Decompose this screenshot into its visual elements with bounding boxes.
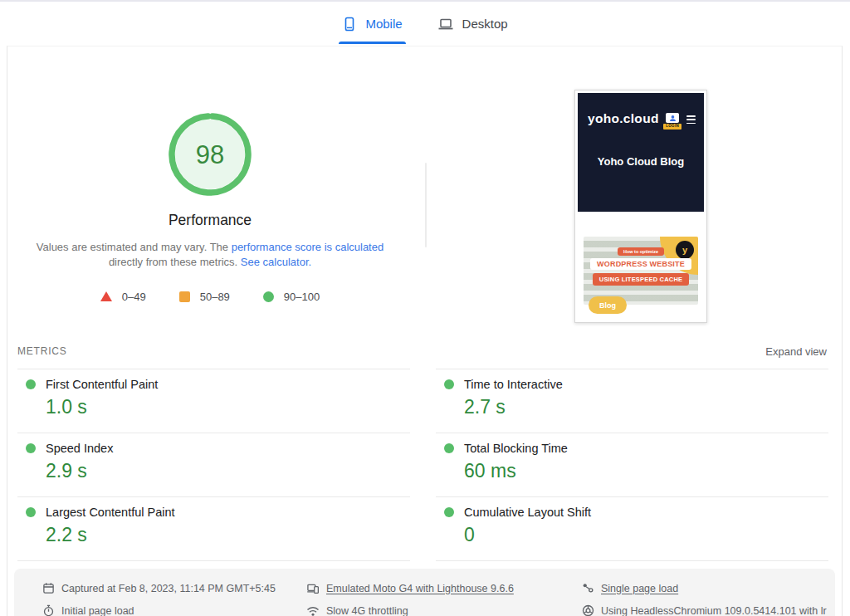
pass-dot-icon — [26, 379, 36, 389]
hamburger-menu-icon — [686, 115, 696, 124]
runtime-settings-footer: Captured at Feb 8, 2023, 11:14 PM GMT+5:… — [14, 569, 835, 616]
final-screenshot-thumbnail: yoho.cloud LOGIN — [574, 90, 707, 323]
footer-single-page-load: Single page load — [582, 577, 835, 599]
metrics-title: METRICS — [17, 345, 67, 357]
site-screenshot: yoho.cloud LOGIN — [578, 93, 704, 320]
footer-item-text[interactable]: Slow 4G throttling — [326, 605, 408, 616]
legend-item-average: 50–89 — [179, 291, 230, 303]
legend-item-pass: 90–100 — [263, 291, 320, 303]
metric-largest-contentful-paint: Largest Contentful Paint 2.2 s — [17, 497, 410, 561]
legend-label: 90–100 — [284, 291, 320, 303]
green-circle-icon — [263, 291, 274, 302]
metric-value: 2.2 s — [46, 524, 410, 546]
calendar-icon — [42, 582, 55, 594]
blog-post-image: y How to optimize WORDPRESS WEBSITE USIN… — [584, 237, 698, 305]
metric-value: 2.7 s — [464, 396, 828, 418]
site-login-widget: LOGIN — [663, 113, 681, 130]
stopwatch-icon — [42, 604, 55, 616]
metric-speed-index: Speed Index 2.9 s — [17, 433, 410, 497]
performance-score-gauge[interactable]: 98 — [169, 113, 252, 196]
login-badge: LOGIN — [663, 124, 681, 130]
pass-dot-icon — [444, 443, 454, 453]
metric-value: 2.9 s — [46, 460, 410, 482]
post-badge-3: USING LITESPEED CACHE — [593, 273, 689, 286]
footer-captured-at: Captured at Feb 8, 2023, 11:14 PM GMT+5:… — [42, 577, 306, 599]
metrics-column-left: First Contentful Paint 1.0 s Speed Index… — [17, 369, 410, 561]
metric-label: Cumulative Layout Shift — [464, 506, 591, 519]
metric-label: Time to Interactive — [464, 378, 563, 391]
footer-item-text: Initial page load — [61, 605, 134, 616]
user-icon — [666, 113, 679, 123]
desc-text-1: Values are estimated and may vary. The — [37, 241, 232, 253]
pass-dot-icon — [444, 379, 454, 389]
performance-summary: 98 Performance Values are estimated and … — [7, 46, 413, 303]
orange-square-icon — [179, 291, 190, 302]
metric-label: First Contentful Paint — [46, 378, 158, 391]
tab-mobile-label: Mobile — [365, 17, 402, 31]
legend-label: 50–89 — [200, 291, 230, 303]
site-banner-title: Yoho Cloud Blog — [578, 155, 704, 168]
tab-mobile[interactable]: Mobile — [339, 2, 405, 46]
post-heading: Optimizing WordPress — [588, 319, 694, 320]
post-badge-1: How to optimize — [618, 247, 664, 256]
category-title: Performance — [7, 212, 413, 229]
score-calc-link[interactable]: performance score is calculated — [232, 241, 384, 253]
chromium-icon — [582, 604, 594, 616]
score-description: Values are estimated and may vary. The p… — [36, 240, 384, 270]
metrics-grid: First Contentful Paint 1.0 s Speed Index… — [17, 369, 828, 561]
footer-item-text[interactable]: Using HeadlessChromium 109.0.5414.101 wi… — [601, 605, 827, 616]
site-header: yoho.cloud LOGIN — [578, 93, 704, 212]
legend-label: 0–49 — [122, 291, 146, 303]
see-calculator-link[interactable]: See calculator. — [241, 256, 311, 268]
score-legend: 0–49 50–89 90–100 — [7, 291, 413, 303]
metric-value: 0 — [464, 524, 828, 546]
score-value: 98 — [196, 140, 224, 169]
metric-label: Largest Contentful Paint — [46, 506, 175, 519]
footer-item-text[interactable]: Emulated Moto G4 with Lighthouse 9.6.6 — [326, 583, 514, 594]
pass-dot-icon — [26, 443, 36, 453]
footer-emulated-device: Emulated Moto G4 with Lighthouse 9.6.6 — [306, 577, 582, 599]
metric-label: Speed Index — [46, 442, 113, 455]
throttling-icon — [306, 605, 320, 616]
desktop-icon — [437, 17, 454, 32]
legend-item-fail: 0–49 — [100, 291, 146, 303]
tab-desktop-label: Desktop — [462, 17, 508, 31]
desc-text-2: directly from these metrics. — [109, 256, 241, 268]
footer-chromium-version: Using HeadlessChromium 109.0.5414.101 wi… — [582, 599, 835, 616]
mobile-icon — [342, 17, 357, 32]
footer-item-text[interactable]: Single page load — [601, 583, 678, 594]
device-tabbar: Mobile Desktop — [0, 2, 850, 46]
metric-first-contentful-paint: First Contentful Paint 1.0 s — [17, 369, 410, 433]
pass-dot-icon — [444, 507, 454, 517]
metric-value: 60 ms — [464, 460, 828, 482]
expand-view-button[interactable]: Expand view — [765, 345, 827, 358]
metric-value: 1.0 s — [46, 396, 410, 418]
summary-column-divider — [425, 163, 427, 247]
red-triangle-icon — [100, 291, 112, 301]
metric-label: Total Blocking Time — [464, 442, 568, 455]
metrics-column-right: Time to Interactive 2.7 s Total Blocking… — [436, 369, 828, 561]
single-page-load-icon — [582, 582, 594, 594]
metric-cumulative-layout-shift: Cumulative Layout Shift 0 — [436, 497, 828, 561]
footer-throttling: Slow 4G throttling — [306, 599, 582, 616]
blog-category-pill: Blog — [589, 296, 627, 314]
footer-item-text: Captured at Feb 8, 2023, 11:14 PM GMT+5:… — [61, 583, 276, 594]
tab-desktop[interactable]: Desktop — [434, 2, 511, 46]
lighthouse-report: 98 Performance Values are estimated and … — [7, 46, 843, 616]
footer-initial-page-load: Initial page load — [42, 599, 306, 616]
metric-total-blocking-time: Total Blocking Time 60 ms — [436, 433, 828, 497]
site-logo: yoho.cloud — [588, 111, 659, 126]
metric-time-to-interactive: Time to Interactive 2.7 s — [436, 369, 828, 433]
post-badge-2: WORDPRESS WEBSITE — [590, 258, 691, 270]
metrics-header: METRICS Expand view — [17, 341, 827, 361]
pass-dot-icon — [26, 507, 36, 517]
devices-icon — [306, 582, 320, 594]
